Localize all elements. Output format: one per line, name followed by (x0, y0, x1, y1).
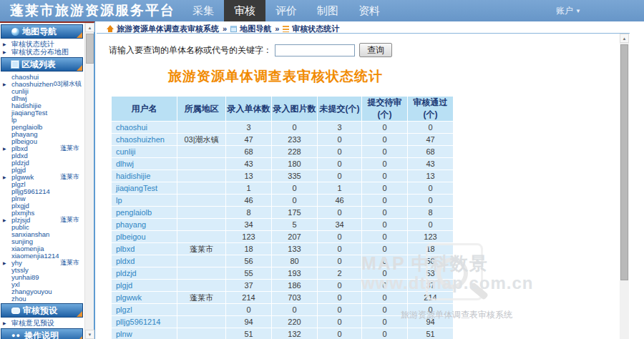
count-cell: 1 (318, 182, 362, 195)
search-input[interactable] (275, 44, 355, 56)
scroll-up-icon[interactable]: ▲ (85, 23, 94, 32)
username-cell[interactable]: phayang (112, 219, 177, 231)
main-scrollbar-thumb[interactable] (620, 44, 628, 280)
sidebar-item[interactable]: plgzl (0, 180, 84, 187)
column-header: 提交待审(个) (362, 97, 408, 122)
sidebar-item[interactable]: xiaomenjia (0, 245, 84, 252)
sidebar-item[interactable]: zhangyouyou (0, 288, 84, 295)
sidebar-item[interactable]: pldzjd (0, 159, 84, 166)
username-cell[interactable]: plljg5961214 (112, 316, 177, 328)
region-cell (177, 146, 226, 158)
username-cell[interactable]: plgwwk (112, 292, 177, 304)
username-cell[interactable]: plbeigou (112, 231, 177, 243)
sidebar-item[interactable]: cunliji (0, 87, 84, 94)
sidebar-scrollbar-thumb[interactable] (86, 34, 94, 64)
sidebar-item[interactable]: pldxd (0, 152, 84, 159)
username-cell[interactable]: haidishijie (112, 170, 177, 182)
count-cell: 0 (362, 292, 408, 304)
username-cell[interactable]: chaoshuizhen (112, 134, 177, 146)
sidebar-item[interactable]: ▶yhy蓬莱市 (0, 259, 84, 266)
username-cell[interactable]: plgzl (112, 304, 177, 316)
username-cell[interactable]: lp (112, 195, 177, 207)
nav-tab[interactable]: 采集 (182, 0, 224, 21)
sidebar-item[interactable]: ▶审核状态分布地图 (0, 48, 84, 56)
count-cell: 0 (362, 134, 408, 146)
sidebar-section-title: 审核预设 (23, 305, 57, 317)
breadcrumb-map-nav[interactable]: 地图导航 (240, 24, 271, 34)
table-row: chaoshui30300 (112, 122, 454, 134)
sidebar-item[interactable]: ▶chaoshuizhen03|潮水镇 (0, 80, 84, 87)
count-cell: 0 (362, 267, 408, 280)
sidebar-scrollbar[interactable]: ▲ ▼ (84, 23, 94, 339)
sidebar-item[interactable]: plnw (0, 195, 84, 202)
count-cell: 47 (408, 134, 454, 146)
count-cell: 214 (226, 292, 272, 304)
username-cell[interactable]: jiaqiangTest (112, 182, 177, 195)
sidebar-item[interactable]: yxl (0, 280, 84, 288)
count-cell: 0 (318, 328, 362, 339)
expand-arrow-icon: ▶ (0, 41, 11, 46)
table-header-row: 用户名所属地区录入单体数录入图片数未提交(个)提交待审(个)审核通过(个) (112, 97, 454, 122)
sidebar-item[interactable]: dlhwj (0, 94, 84, 102)
sidebar-item[interactable]: penglaiolb (0, 123, 84, 130)
sidebar-item[interactable]: zhou (0, 295, 84, 302)
username-cell[interactable]: plnw (112, 328, 177, 339)
sidebar-section-header[interactable]: 区域列表 (1, 57, 83, 72)
count-cell: 80 (272, 255, 318, 267)
username-cell[interactable]: pldzjd (112, 267, 177, 280)
sidebar-item[interactable]: phayang (0, 130, 84, 137)
region-cell (177, 267, 226, 280)
expand-arrow-icon: ▶ (0, 146, 11, 151)
sidebar-item-label: zhou (11, 295, 26, 303)
sidebar-section-header[interactable]: 审核预设 (1, 303, 83, 318)
nav-tab[interactable]: 审核 (224, 0, 265, 21)
sidebar-section-header[interactable]: ●●操作说明 (1, 328, 83, 339)
username-cell[interactable]: plbxd (112, 243, 177, 255)
table-row: chaoshuizhen03|潮水镇472330047 (112, 134, 454, 146)
breadcrumb-current[interactable]: 审核状态统计 (292, 24, 339, 34)
breadcrumb-system[interactable]: 旅游资源单体调查表审核系统 (117, 24, 219, 34)
column-header: 所属地区 (177, 97, 226, 122)
sidebar-item[interactable]: sunjing (0, 237, 84, 245)
username-cell[interactable]: dlhwj (112, 158, 177, 170)
account-menu[interactable]: 账户▼ (556, 0, 581, 21)
sidebar-item[interactable]: ▶审核意见预设 (0, 319, 84, 327)
region-cell (177, 158, 226, 170)
sidebar-item[interactable]: plxgjd (0, 202, 84, 209)
count-cell: 0 (362, 122, 408, 134)
count-cell: 0 (408, 195, 454, 207)
sidebar-item[interactable]: sanxianshan (0, 230, 84, 237)
nav-tab[interactable]: 制图 (307, 0, 348, 21)
sidebar-item[interactable]: haidishijie (0, 102, 84, 109)
username-cell[interactable]: chaoshui (112, 122, 177, 134)
username-cell[interactable]: pldxd (112, 255, 177, 267)
sidebar-section-header[interactable]: 地图导航 (1, 24, 83, 39)
sidebar-item[interactable]: ytssly (0, 266, 84, 273)
nav-tab[interactable]: 资料 (348, 0, 390, 21)
scroll-up-icon[interactable]: ▲ (620, 34, 629, 43)
region-cell (177, 170, 226, 182)
scroll-down-icon[interactable]: ▼ (85, 330, 94, 339)
globe-icon (11, 28, 19, 36)
main-scrollbar[interactable]: ▲ (620, 34, 629, 339)
ops-icon: ●● (11, 333, 21, 339)
sidebar-item[interactable]: yunhai89 (0, 273, 84, 280)
username-cell[interactable]: cunliji (112, 146, 177, 158)
sidebar-item[interactable]: ▶plgwwk蓬莱市 (0, 173, 84, 180)
sidebar-item[interactable]: public (0, 223, 84, 230)
sidebar-item[interactable]: plljg5961214 (0, 187, 84, 195)
region-cell: 蓬莱市 (177, 292, 226, 304)
stats-table-body: chaoshui30300chaoshuizhen03|潮水镇472330047… (112, 122, 454, 339)
search-button[interactable]: 查询 (359, 43, 392, 57)
username-cell[interactable]: penglaiolb (112, 207, 177, 219)
region-cell (177, 231, 226, 243)
count-cell: 0 (318, 146, 362, 158)
nav-tab[interactable]: 评价 (265, 0, 307, 21)
sidebar-item[interactable]: lp (0, 116, 84, 123)
sidebar-item[interactable]: jiaqiangTest (0, 109, 84, 116)
app-window: 蓬莱市旅游资源服务平台 采集审核评价制图资料 账户▼ 地图导航▶审核状态统计▶审… (0, 0, 644, 339)
search-label: 请输入要查询的单体名称或代号的关键字： (109, 44, 272, 56)
sidebar-item[interactable]: ▶plbxd蓬莱市 (0, 144, 84, 152)
username-cell[interactable]: plgjd (112, 280, 177, 292)
sidebar-item[interactable]: ▶plzjsjd蓬莱市 (0, 216, 84, 223)
